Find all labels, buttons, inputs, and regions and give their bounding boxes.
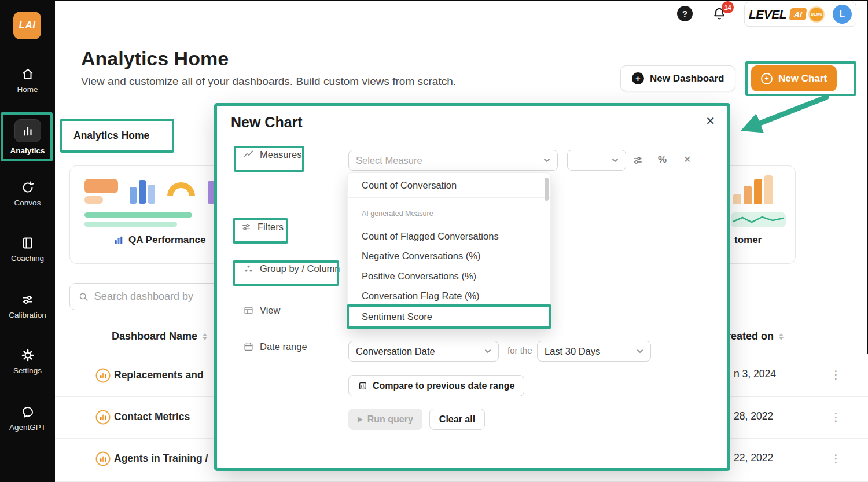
chevron-down-icon <box>637 349 643 354</box>
user-avatar[interactable]: L <box>833 5 852 24</box>
card-title-row: tomer <box>734 234 762 246</box>
tab-analytics-home[interactable]: Analytics Home <box>73 130 149 142</box>
measure-option[interactable]: Conversation Flag Rate (%) <box>348 286 550 306</box>
filters-icon <box>241 222 252 233</box>
minichart-purple-bar <box>208 181 215 204</box>
page-title: Analytics Home <box>81 47 229 70</box>
view-icon <box>243 305 254 316</box>
dashboard-name[interactable]: Replacements and <box>114 369 204 381</box>
created-on: n 3, 2024 <box>734 368 776 380</box>
select-measure-dropdown[interactable]: Select Measure <box>348 150 558 171</box>
modal-title: New Chart <box>231 114 303 131</box>
minichart-orange-bar <box>744 186 752 204</box>
sidebar-item-convos[interactable]: Convos <box>0 181 55 207</box>
dashboard-chart-icon <box>95 451 111 469</box>
column-created-on[interactable]: reated on <box>727 330 784 343</box>
for-the-label: for the <box>507 345 532 355</box>
new-chart-modal: New Chart ✕ Measures Filters Group by / … <box>217 106 728 469</box>
coaching-icon <box>21 236 35 250</box>
agentgpt-chat-icon <box>21 405 35 419</box>
minichart-blue-bar <box>139 180 146 204</box>
minichart-green-line <box>84 212 192 218</box>
measure-option[interactable]: Count of Conversation <box>348 173 550 198</box>
sidebar-item-analytics[interactable]: Analytics <box>0 119 55 155</box>
home-icon <box>21 67 35 81</box>
created-on: 22, 2022 <box>734 452 773 464</box>
date-period-dropdown[interactable]: Last 30 Days <box>537 341 651 362</box>
row-menu-icon[interactable]: ⋮ <box>830 410 841 424</box>
dashboard-chart-icon <box>95 368 111 385</box>
percent-icon[interactable]: % <box>658 154 667 165</box>
minichart-green-area <box>731 212 786 227</box>
measure-option-sentiment-score[interactable]: Sentiment Score <box>348 306 550 327</box>
date-field-dropdown[interactable]: Conversation Date <box>348 341 499 362</box>
remove-measure-icon[interactable]: ✕ <box>683 154 691 165</box>
chevron-down-icon <box>484 349 491 354</box>
sort-icon[interactable] <box>779 333 784 340</box>
aggregation-dropdown[interactable] <box>567 150 626 171</box>
sidebar-item-agentgpt[interactable]: AgentGPT <box>0 405 55 432</box>
column-dashboard-name[interactable]: Dashboard Name <box>112 330 207 343</box>
sidebar-item-label: Analytics <box>10 146 45 155</box>
sidebar-item-label: Calibration <box>9 311 46 319</box>
bar-chart-icon <box>113 235 124 245</box>
sidebar-item-label: Settings <box>13 366 42 375</box>
sidebar-item-coaching[interactable]: Coaching <box>0 236 55 263</box>
brand-logo-level: LEVEL <box>749 8 786 21</box>
close-icon[interactable]: ✕ <box>705 114 715 128</box>
new-dashboard-button[interactable]: + New Dashboard <box>620 65 735 91</box>
sidebar-item-settings[interactable]: Settings <box>0 348 55 375</box>
view-label: View <box>243 305 280 316</box>
new-chart-button[interactable]: + New Chart <box>751 65 837 91</box>
compare-date-range-button[interactable]: Compare to previous date range <box>348 375 524 396</box>
card-title: QA Performance <box>128 234 206 246</box>
dashboard-name[interactable]: Agents in Training / <box>114 452 208 465</box>
row-menu-icon[interactable]: ⋮ <box>830 368 841 381</box>
play-icon: ▶ <box>358 415 362 423</box>
compare-icon <box>358 381 367 391</box>
filters-label: Filters <box>241 222 284 233</box>
measure-option[interactable]: Negative Conversations (%) <box>348 246 550 266</box>
plus-icon: + <box>761 73 773 84</box>
row-menu-icon[interactable]: ⋮ <box>830 452 841 465</box>
measure-options-panel: Count of Conversation AI generated Measu… <box>347 172 551 329</box>
sidebar-item-home[interactable]: Home <box>0 67 55 94</box>
measure-option[interactable]: Count of Flagged Conversations <box>348 226 550 246</box>
sort-icon[interactable] <box>203 333 207 340</box>
app-root: ? 14 LEVEL AI DEMO L LAI Home <box>0 0 868 482</box>
sidebar-item-label: Coaching <box>11 254 44 263</box>
minichart-green-line <box>84 222 177 227</box>
help-icon[interactable]: ? <box>677 6 693 21</box>
minichart-blue-bar <box>130 187 137 204</box>
minichart-orange-bar <box>754 179 762 204</box>
app-logo[interactable]: LAI <box>13 12 41 39</box>
chevron-down-icon <box>612 158 619 163</box>
created-on: 28, 2022 <box>734 410 773 422</box>
calendar-icon <box>243 341 254 352</box>
dashboard-name[interactable]: Contact Metrics <box>114 411 190 423</box>
sidebar-item-label: Home <box>17 85 38 94</box>
card-title: tomer <box>734 234 762 246</box>
search-icon <box>78 291 89 303</box>
clear-all-button[interactable]: Clear all <box>429 409 485 430</box>
measure-section-label: AI generated Measure <box>348 207 550 220</box>
minichart-blue-bar <box>148 185 155 204</box>
minichart-orange-bar <box>764 175 773 204</box>
new-dashboard-label: New Dashboard <box>650 73 724 84</box>
new-chart-label: New Chart <box>778 73 827 84</box>
scrollbar-thumb[interactable] <box>545 178 549 201</box>
measures-icon <box>243 149 254 160</box>
settings-gear-icon <box>21 348 35 362</box>
sidebar-item-label: Convos <box>14 198 41 207</box>
measure-option[interactable]: Positive Conversations (%) <box>348 266 550 286</box>
dashboard-chart-icon <box>95 410 111 427</box>
chevron-down-icon <box>543 158 550 163</box>
measure-settings-icon[interactable] <box>632 154 643 168</box>
group-by-label: Group by / Column <box>243 263 340 274</box>
annotation-arrow <box>727 90 833 142</box>
run-query-button[interactable]: ▶ Run query <box>348 409 422 430</box>
minichart-arc <box>167 182 195 196</box>
sidebar-item-calibration[interactable]: Calibration <box>0 293 55 319</box>
minichart-orange-bar <box>733 194 741 204</box>
convos-icon <box>21 181 35 194</box>
